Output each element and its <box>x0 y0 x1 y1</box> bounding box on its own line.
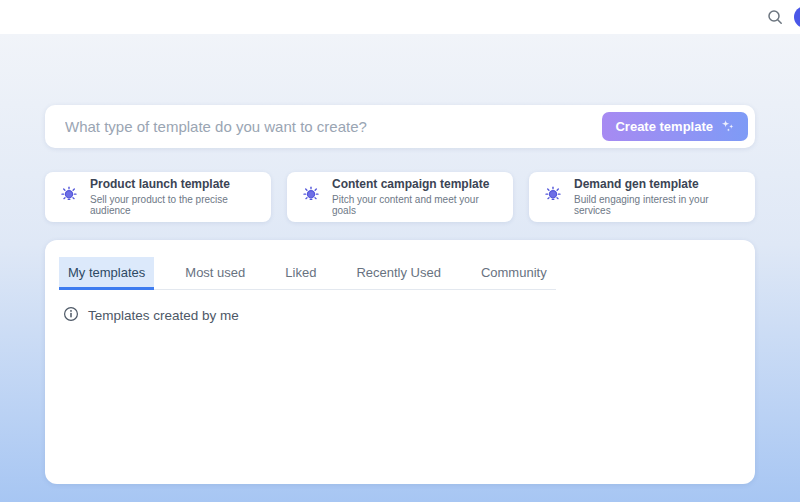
tab-most-used[interactable]: Most used <box>176 257 254 289</box>
topbar <box>0 0 800 34</box>
card-subtitle: Pitch your content and meet your goals <box>332 194 499 216</box>
lightbulb-icon <box>543 185 563 209</box>
tab-recently-used[interactable]: Recently Used <box>347 257 450 289</box>
empty-state-message: Templates created by me <box>88 308 239 323</box>
tab-community[interactable]: Community <box>472 257 556 289</box>
suggestion-cards-row: Product launch template Sell your produc… <box>45 172 755 222</box>
empty-state-row: Templates created by me <box>63 306 741 325</box>
sparkles-icon <box>720 118 735 136</box>
lightbulb-icon <box>301 185 321 209</box>
card-product-launch-template[interactable]: Product launch template Sell your produc… <box>45 172 271 222</box>
info-icon <box>63 306 79 325</box>
tab-liked[interactable]: Liked <box>276 257 325 289</box>
create-template-button[interactable]: Create template <box>602 112 748 141</box>
template-prompt-input[interactable] <box>63 117 602 136</box>
page-background: Create template <box>0 34 800 502</box>
card-demand-gen-template[interactable]: Demand gen template Build engaging inter… <box>529 172 755 222</box>
lightbulb-icon <box>59 185 79 209</box>
card-title: Content campaign template <box>332 178 499 191</box>
create-template-label: Create template <box>615 119 713 134</box>
card-subtitle: Build engaging interest in your services <box>574 194 741 216</box>
avatar[interactable] <box>794 6 800 28</box>
card-title: Product launch template <box>90 178 257 191</box>
tab-my-templates[interactable]: My templates <box>59 257 154 289</box>
search-icon <box>767 13 783 28</box>
card-content-campaign-template[interactable]: Content campaign template Pitch your con… <box>287 172 513 222</box>
template-prompt-card: Create template <box>45 105 755 148</box>
card-title: Demand gen template <box>574 178 741 191</box>
search-button[interactable] <box>767 9 783 25</box>
templates-tab-bar: My templates Most used Liked Recently Us… <box>59 257 556 290</box>
card-subtitle: Sell your product to the precise audienc… <box>90 194 257 216</box>
templates-panel: My templates Most used Liked Recently Us… <box>45 240 755 484</box>
